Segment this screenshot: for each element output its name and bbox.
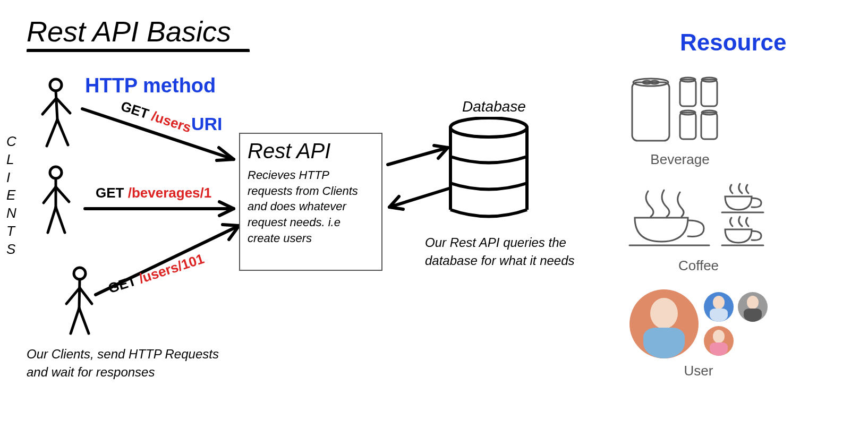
database-label: Database xyxy=(462,98,526,115)
resource-beverage: Beverage xyxy=(611,74,749,168)
svg-line-13 xyxy=(79,279,80,308)
resource-title: Resource xyxy=(680,29,787,56)
svg-point-0 xyxy=(50,79,62,91)
rest-api-box-desc: Recieves HTTP requests from Clients and … xyxy=(248,167,374,246)
avatar-icon xyxy=(704,292,734,322)
resource-user: User xyxy=(624,289,773,379)
client-stickfigure-icon xyxy=(37,77,80,151)
rest-api-box-title: Rest API xyxy=(248,139,374,163)
resource-coffee: Coffee xyxy=(624,181,773,274)
svg-line-3 xyxy=(56,98,70,113)
coffee-cup-icon xyxy=(624,181,773,250)
svg-rect-19 xyxy=(632,82,669,141)
resource-caption: Coffee xyxy=(624,258,773,274)
avatar-icon xyxy=(738,292,768,322)
request-arrow-icon xyxy=(82,201,242,219)
database-icon xyxy=(446,117,531,223)
svg-line-4 xyxy=(47,119,57,146)
resource-caption: Beverage xyxy=(611,151,749,168)
svg-rect-29 xyxy=(701,113,717,139)
svg-line-8 xyxy=(44,187,56,203)
svg-rect-25 xyxy=(701,80,717,106)
title-underline xyxy=(27,49,250,53)
svg-point-12 xyxy=(74,268,86,279)
rest-api-box: Rest API Recieves HTTP requests from Cli… xyxy=(239,133,382,271)
svg-line-14 xyxy=(66,288,80,304)
avatar-icon xyxy=(704,326,734,356)
svg-line-1 xyxy=(56,91,57,119)
svg-line-2 xyxy=(42,98,56,114)
svg-rect-23 xyxy=(680,80,696,106)
resource-caption: User xyxy=(624,363,773,379)
svg-line-15 xyxy=(80,288,92,304)
avatar-icon xyxy=(629,289,699,358)
clients-vertical-label: C L I E N T S xyxy=(6,133,18,259)
svg-point-18 xyxy=(450,118,527,137)
svg-line-10 xyxy=(48,207,56,233)
db-to-api-arrow-icon xyxy=(385,186,454,215)
database-caption: Our Rest API queries the database for wh… xyxy=(425,234,590,269)
api-to-db-arrow-icon xyxy=(385,143,454,172)
svg-line-5 xyxy=(57,119,68,145)
svg-rect-27 xyxy=(680,113,696,139)
clients-caption: Our Clients, send HTTP Requests and wait… xyxy=(27,345,228,381)
client-stickfigure-icon xyxy=(37,165,80,239)
page-title: Rest API Basics xyxy=(27,15,231,48)
http-method-label: HTTP method xyxy=(85,74,216,97)
user-avatars-icon xyxy=(624,289,773,358)
svg-line-16 xyxy=(71,308,79,333)
svg-line-17 xyxy=(79,308,89,333)
svg-line-11 xyxy=(56,207,65,233)
beverage-can-icon xyxy=(627,74,733,143)
request-label: GET /beverages/1 xyxy=(96,185,211,201)
svg-point-6 xyxy=(50,167,62,178)
svg-line-9 xyxy=(56,187,69,202)
